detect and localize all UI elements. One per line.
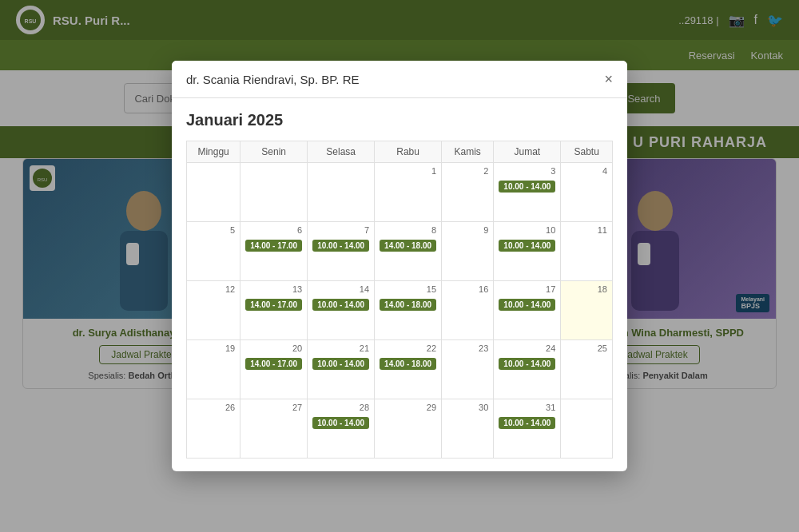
day-number-w4-d4: 30 xyxy=(447,403,488,412)
day-number-w2-d6: 18 xyxy=(566,284,607,294)
calendar-month-title: Januari 2025 xyxy=(186,111,613,129)
day-number-w3-d1: 20 xyxy=(245,343,302,353)
calendar-cell-w3-d0: 19 xyxy=(187,340,240,399)
time-badge-w2-d5[interactable]: 10.00 - 14.00 xyxy=(499,299,555,311)
day-number-w3-d6: 25 xyxy=(566,343,607,353)
calendar-cell-w2-d0: 12 xyxy=(187,281,240,340)
day-number-w1-d3: 8 xyxy=(380,225,436,235)
day-number-w2-d5: 17 xyxy=(499,284,555,294)
calendar-cell-w4-d4: 30 xyxy=(442,399,494,459)
calendar-cell-w4-d2[interactable]: 2810.00 - 14.00 xyxy=(308,399,375,459)
day-number-w1-d1: 6 xyxy=(245,225,302,235)
calendar-cell-w3-d1[interactable]: 2014.00 - 17.00 xyxy=(240,340,308,399)
calendar-cell-w1-d6: 11 xyxy=(561,222,613,281)
calendar-cell-w0-d3: 1 xyxy=(375,163,442,222)
calendar-week-1: 5614.00 - 17.00710.00 - 14.00814.00 - 18… xyxy=(187,222,613,281)
calendar-cell-w4-d0: 26 xyxy=(187,399,240,459)
day-number-w4-d5: 31 xyxy=(499,403,555,412)
day-number-w4-d3: 29 xyxy=(380,403,436,412)
col-kamis: Kamis xyxy=(442,141,494,163)
calendar-body: 12310.00 - 14.0045614.00 - 17.00710.00 -… xyxy=(187,163,613,459)
day-number-w1-d6: 11 xyxy=(566,225,607,235)
modal-title: dr. Scania Riendravi, Sp. BP. RE xyxy=(186,73,360,86)
day-number-w4-d0: 26 xyxy=(192,403,235,412)
calendar-cell-w3-d5[interactable]: 2410.00 - 14.00 xyxy=(494,340,561,399)
calendar-cell-w3-d2[interactable]: 2110.00 - 14.00 xyxy=(308,340,375,399)
calendar-cell-w4-d5[interactable]: 3110.00 - 14.00 xyxy=(494,399,561,459)
time-badge-w3-d2[interactable]: 10.00 - 14.00 xyxy=(312,358,369,370)
calendar-cell-w0-d1 xyxy=(240,163,308,222)
time-badge-w3-d1[interactable]: 14.00 - 17.00 xyxy=(245,358,302,370)
time-badge-w0-d5[interactable]: 10.00 - 14.00 xyxy=(499,181,555,193)
calendar-cell-w2-d1[interactable]: 1314.00 - 17.00 xyxy=(240,281,308,340)
calendar-cell-w3-d4: 23 xyxy=(442,340,494,399)
time-badge-w1-d2[interactable]: 10.00 - 14.00 xyxy=(312,240,369,252)
col-rabu: Rabu xyxy=(375,141,442,163)
col-senin: Senin xyxy=(240,141,308,163)
calendar-week-4: 26272810.00 - 14.0029303110.00 - 14.00 xyxy=(187,399,613,459)
calendar-week-0: 12310.00 - 14.004 xyxy=(187,163,613,222)
time-badge-w2-d2[interactable]: 10.00 - 14.00 xyxy=(312,299,369,311)
day-number-w3-d5: 24 xyxy=(499,343,555,353)
background-page: RSU RSU. Puri R... ..29118 | 📷 f 🐦 Reser… xyxy=(0,0,799,532)
calendar-week-2: 121314.00 - 17.001410.00 - 14.001514.00 … xyxy=(187,281,613,340)
calendar-cell-w2-d5[interactable]: 1710.00 - 14.00 xyxy=(494,281,561,340)
calendar-cell-w2-d3[interactable]: 1514.00 - 18.00 xyxy=(375,281,442,340)
calendar-cell-w0-d6: 4 xyxy=(561,163,613,222)
calendar-cell-w4-d1: 27 xyxy=(240,399,308,459)
time-badge-w2-d1[interactable]: 14.00 - 17.00 xyxy=(245,299,302,311)
calendar-cell-w4-d3: 29 xyxy=(375,399,442,459)
calendar-cell-w1-d1[interactable]: 614.00 - 17.00 xyxy=(240,222,308,281)
modal-overlay[interactable]: dr. Scania Riendravi, Sp. BP. RE × Janua… xyxy=(0,0,799,532)
col-selasa: Selasa xyxy=(308,141,375,163)
day-number-w2-d4: 16 xyxy=(447,284,488,294)
calendar-cell-w4-d6 xyxy=(561,399,613,459)
calendar-cell-w3-d6: 25 xyxy=(561,340,613,399)
calendar-header-row: Minggu Senin Selasa Rabu Kamis Jumat Sab… xyxy=(187,141,613,163)
col-jumat: Jumat xyxy=(494,141,561,163)
calendar-table: Minggu Senin Selasa Rabu Kamis Jumat Sab… xyxy=(186,141,613,459)
time-badge-w1-d5[interactable]: 10.00 - 14.00 xyxy=(499,240,555,252)
day-number-w1-d2: 7 xyxy=(312,225,369,235)
calendar-cell-w0-d2 xyxy=(308,163,375,222)
col-sabtu: Sabtu xyxy=(561,141,613,163)
time-badge-w3-d3[interactable]: 14.00 - 18.00 xyxy=(380,358,436,370)
calendar-cell-w1-d4: 9 xyxy=(442,222,494,281)
calendar-cell-w2-d2[interactable]: 1410.00 - 14.00 xyxy=(308,281,375,340)
day-number-w3-d0: 19 xyxy=(192,343,235,353)
modal-dialog: dr. Scania Riendravi, Sp. BP. RE × Janua… xyxy=(172,61,627,471)
day-number-w3-d4: 23 xyxy=(447,343,488,353)
time-badge-w1-d1[interactable]: 14.00 - 17.00 xyxy=(245,240,302,252)
time-badge-w4-d5[interactable]: 10.00 - 14.00 xyxy=(499,417,555,429)
day-number-w1-d4: 9 xyxy=(447,225,488,235)
calendar-cell-w2-d6: 18 xyxy=(561,281,613,340)
day-number-w1-d5: 10 xyxy=(499,225,555,235)
day-number-w3-d3: 22 xyxy=(380,343,436,353)
calendar-cell-w1-d3[interactable]: 814.00 - 18.00 xyxy=(375,222,442,281)
time-badge-w3-d5[interactable]: 10.00 - 14.00 xyxy=(499,358,555,370)
modal-close-button[interactable]: × xyxy=(604,72,613,86)
calendar-cell-w0-d4: 2 xyxy=(442,163,494,222)
calendar-cell-w0-d5[interactable]: 310.00 - 14.00 xyxy=(494,163,561,222)
calendar-week-3: 192014.00 - 17.002110.00 - 14.002214.00 … xyxy=(187,340,613,399)
day-number-w2-d3: 15 xyxy=(380,284,436,294)
time-badge-w1-d3[interactable]: 14.00 - 18.00 xyxy=(380,240,436,252)
day-number-w0-d4: 2 xyxy=(447,166,488,176)
modal-body: Januari 2025 Minggu Senin Selasa Rabu Ka… xyxy=(172,98,627,471)
calendar-cell-w2-d4: 16 xyxy=(442,281,494,340)
day-number-w2-d1: 13 xyxy=(245,284,302,294)
day-number-w3-d2: 21 xyxy=(312,343,369,353)
time-badge-w2-d3[interactable]: 14.00 - 18.00 xyxy=(380,299,436,311)
day-number-w4-d2: 28 xyxy=(312,403,369,412)
calendar-cell-w1-d2[interactable]: 710.00 - 14.00 xyxy=(308,222,375,281)
calendar-cell-w3-d3[interactable]: 2214.00 - 18.00 xyxy=(375,340,442,399)
calendar-cell-w1-d5[interactable]: 1010.00 - 14.00 xyxy=(494,222,561,281)
time-badge-w4-d2[interactable]: 10.00 - 14.00 xyxy=(312,417,369,429)
day-number-w1-d0: 5 xyxy=(192,225,235,235)
calendar-cell-w0-d0 xyxy=(187,163,240,222)
day-number-w0-d5: 3 xyxy=(499,166,555,176)
modal-header: dr. Scania Riendravi, Sp. BP. RE × xyxy=(172,61,627,98)
col-minggu: Minggu xyxy=(187,141,240,163)
day-number-w2-d2: 14 xyxy=(312,284,369,294)
day-number-w4-d1: 27 xyxy=(245,403,302,412)
